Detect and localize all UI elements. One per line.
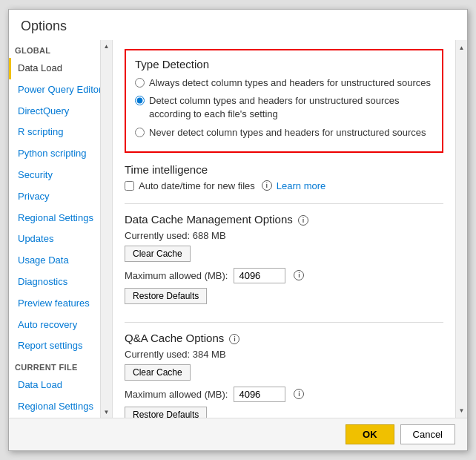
- sidebar-item-privacy-global[interactable]: Privacy: [9, 186, 112, 208]
- dialog-title: Options: [9, 10, 467, 40]
- data-cache-max-input[interactable]: [234, 268, 285, 283]
- qa-cache-restore-button[interactable]: Restore Defaults: [125, 407, 207, 418]
- data-cache-clear-button[interactable]: Clear Cache: [125, 246, 191, 262]
- current-file-section-label: CURRENT FILE: [9, 357, 112, 375]
- ok-button[interactable]: OK: [346, 424, 394, 444]
- data-cache-max-info-icon[interactable]: i: [294, 270, 304, 280]
- qa-cache-max-row: Maximum allowed (MB): i: [125, 387, 443, 402]
- sidebar-item-updates[interactable]: Updates: [9, 229, 112, 250]
- data-cache-title-text: Data Cache Management Options: [125, 213, 293, 226]
- auto-datetime-info-icon[interactable]: i: [262, 180, 272, 191]
- qa-cache-used: Currently used: 384 MB: [125, 349, 443, 360]
- sidebar-item-data-load-global[interactable]: Data Load: [9, 58, 112, 79]
- data-cache-used: Currently used: 688 MB: [125, 230, 443, 241]
- sidebar-item-preview-features[interactable]: Preview features: [9, 293, 112, 315]
- sidebar-item-security[interactable]: Security: [9, 165, 112, 186]
- sidebar-item-regional-settings-global[interactable]: Regional Settings: [9, 208, 112, 229]
- data-cache-info-icon[interactable]: i: [298, 215, 308, 226]
- time-intelligence-title: Time intelligence: [125, 163, 443, 176]
- divider-1: [125, 203, 443, 204]
- sidebar-item-diagnostics[interactable]: Diagnostics: [9, 272, 112, 293]
- sidebar-item-regional-settings-current[interactable]: Regional Settings: [9, 396, 112, 418]
- data-cache-max-row: Maximum allowed (MB): i: [125, 268, 443, 283]
- sidebar-item-report-settings[interactable]: Report settings: [9, 335, 112, 357]
- dialog-body: GLOBAL Data Load Power Query Editor Dire…: [9, 40, 467, 418]
- sidebar-item-power-query-editor[interactable]: Power Query Editor: [9, 79, 112, 101]
- type-detection-label1: Always detect column types and headers f…: [149, 76, 431, 90]
- type-detection-section: Type Detection Always detect column type…: [125, 49, 443, 153]
- type-detection-title: Type Detection: [135, 58, 433, 70]
- main-content: Type Detection Always detect column type…: [113, 40, 455, 418]
- auto-datetime-checkbox[interactable]: [125, 181, 134, 191]
- sidebar-scroll-up[interactable]: ▲: [101, 40, 112, 52]
- type-detection-label2: Detect column types and headers for unst…: [149, 94, 433, 121]
- options-dialog: Options GLOBAL Data Load Power Query Edi…: [8, 9, 468, 451]
- type-detection-radio1[interactable]: [135, 78, 145, 88]
- sidebar-item-directquery[interactable]: DirectQuery: [9, 101, 112, 122]
- learn-more-link[interactable]: Learn more: [277, 180, 325, 191]
- sidebar-item-data-load-current[interactable]: Data Load: [9, 375, 112, 396]
- time-intelligence-section: Time intelligence Auto date/time for new…: [125, 163, 443, 191]
- time-intelligence-row: Auto date/time for new files i Learn mor…: [125, 180, 443, 191]
- type-detection-label3: Never detect column types and headers fo…: [149, 126, 426, 139]
- divider-2: [125, 322, 443, 323]
- sidebar-item-auto-recovery-global[interactable]: Auto recovery: [9, 315, 112, 336]
- data-cache-restore-button[interactable]: Restore Defaults: [125, 288, 207, 304]
- qa-cache-section: Q&A Cache Options i Currently used: 384 …: [125, 332, 443, 418]
- data-cache-title: Data Cache Management Options i: [125, 213, 443, 226]
- global-section-label: GLOBAL: [9, 40, 112, 58]
- dialog-footer: OK Cancel: [9, 418, 467, 450]
- qa-cache-max-label: Maximum allowed (MB):: [125, 389, 228, 400]
- sidebar-item-r-scripting[interactable]: R scripting: [9, 122, 112, 143]
- cancel-button[interactable]: Cancel: [400, 424, 455, 444]
- data-cache-max-label: Maximum allowed (MB):: [125, 270, 228, 281]
- sidebar-scroll-arrows: ▲ ▼: [100, 40, 112, 418]
- sidebar-scroll-container: GLOBAL Data Load Power Query Editor Dire…: [9, 40, 113, 418]
- sidebar-item-usage-data[interactable]: Usage Data: [9, 250, 112, 272]
- main-scroll-arrows: ▲ ▼: [455, 40, 467, 418]
- qa-cache-title: Q&A Cache Options i: [125, 332, 443, 344]
- auto-datetime-label: Auto date/time for new files: [139, 180, 255, 191]
- qa-cache-info-icon[interactable]: i: [229, 334, 239, 344]
- sidebar-scroll-down[interactable]: ▼: [101, 406, 112, 418]
- main-scroll-up[interactable]: ▲: [456, 42, 467, 53]
- type-detection-option2: Detect column types and headers for unst…: [135, 94, 433, 121]
- qa-cache-clear-button[interactable]: Clear Cache: [125, 364, 191, 381]
- sidebar-item-python-scripting[interactable]: Python scripting: [9, 143, 112, 165]
- type-detection-radio3[interactable]: [135, 128, 145, 137]
- type-detection-option3: Never detect column types and headers fo…: [135, 126, 433, 139]
- qa-cache-max-info-icon[interactable]: i: [294, 389, 304, 399]
- sidebar: GLOBAL Data Load Power Query Editor Dire…: [9, 40, 113, 418]
- type-detection-option1: Always detect column types and headers f…: [135, 76, 433, 90]
- type-detection-radio2[interactable]: [135, 96, 145, 105]
- data-cache-section: Data Cache Management Options i Currentl…: [125, 213, 443, 310]
- main-scroll-down[interactable]: ▼: [456, 404, 467, 416]
- qa-cache-title-text: Q&A Cache Options: [125, 332, 224, 344]
- qa-cache-max-input[interactable]: [234, 387, 285, 402]
